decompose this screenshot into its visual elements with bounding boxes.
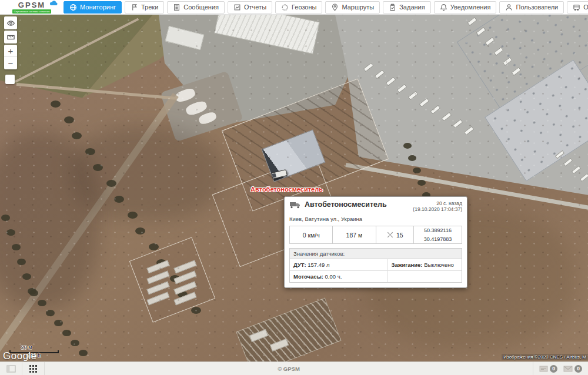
tab-routes[interactable]: Маршруты (325, 1, 380, 14)
panel-toggle-button[interactable] (0, 362, 22, 375)
measure-control[interactable] (4, 31, 17, 43)
map-tree-cluster (17, 259, 26, 265)
popup-time-ago: 20 с. назад (436, 200, 462, 206)
map-tree-cluster (54, 320, 63, 326)
map-tree-row (85, 148, 95, 155)
map-tree-cluster (22, 273, 31, 280)
map-tree-cluster (12, 244, 21, 250)
grid-menu-button[interactable] (22, 362, 45, 375)
zoom-control: + − (4, 45, 17, 69)
panel-icon (6, 365, 16, 373)
zoom-in-button[interactable]: + (4, 45, 17, 57)
mail-counter[interactable]: 0 (563, 365, 582, 373)
zoom-out-button[interactable]: − (4, 57, 17, 69)
map-tree-cluster (413, 168, 421, 173)
messages-counter[interactable]: 0 (539, 365, 557, 373)
tab-label: Объекты (583, 4, 588, 11)
route-pin-icon (331, 4, 339, 11)
note-icon (539, 366, 548, 372)
altitude-value: 187 м (333, 226, 376, 243)
cloud-icon (49, 1, 58, 6)
tab-tasks[interactable]: Задания (383, 1, 430, 14)
map-attribution: Изображения ©2020 CNES / Airbus, M (502, 354, 588, 360)
map-tree-cluster (46, 310, 55, 316)
tab-geofences[interactable]: Геозоны (275, 1, 322, 14)
map-tree-row (51, 101, 61, 108)
tab-notifications[interactable]: Уведомления (434, 1, 497, 14)
map-tree-row (191, 307, 201, 314)
map-compound (236, 298, 341, 361)
map-tree-row (72, 132, 82, 139)
visibility-control[interactable] (4, 16, 17, 29)
tab-label: Уведомления (450, 4, 491, 11)
user-icon (505, 4, 513, 11)
popup-address: Киев, Ватутина ул., Украина (285, 213, 467, 226)
map-tree-cluster (29, 290, 38, 296)
latitude-value: 50.3892116 (424, 227, 452, 234)
ruler-icon (6, 33, 15, 42)
tab-users[interactable]: Пользователи (499, 1, 564, 14)
tab-label: Сообщения (183, 4, 219, 11)
sensors-header: Значения датчиков: (290, 249, 462, 259)
tab-label: Мониторинг (80, 4, 116, 11)
top-bar: GPSM Спутниковые системы слежения Монито… (0, 0, 588, 15)
tab-label: Задания (399, 4, 425, 11)
coordinates-cell: 50.3892116 30.4197883 (414, 226, 462, 243)
geofence-polygon-icon (281, 4, 289, 11)
map-extra-control[interactable] (5, 75, 15, 84)
satellites-count: 15 (396, 232, 403, 239)
vehicle-icon (573, 4, 580, 11)
map-terrain-patch (0, 132, 100, 309)
tab-label: Пользователи (516, 4, 558, 11)
map-tree-row (106, 180, 116, 187)
map-tree-cluster (6, 229, 15, 236)
satellite-icon (386, 231, 394, 239)
popup-title: Автобетоносмеситель (305, 200, 413, 209)
tab-objects[interactable]: Объекты (567, 1, 588, 14)
eye-icon (6, 19, 15, 28)
sensor-hours-label: Моточасы: (293, 273, 323, 280)
map-tree-cluster (417, 180, 426, 186)
map-canvas[interactable]: + − Автобетоносмеситель Автобетоносмесит… (0, 15, 588, 361)
sensor-ignition-label: Зажигание: (391, 262, 422, 268)
map-tree-cluster (403, 143, 412, 149)
sensor-fuel-label: ДУТ: (293, 262, 306, 268)
longitude-value: 30.4197883 (424, 236, 452, 243)
grid-icon (29, 365, 37, 373)
app-window: GPSM Спутниковые системы слежения Монито… (0, 0, 588, 375)
satellites-cell: 15 (376, 226, 414, 243)
sensor-ignition-value: Выключено (424, 262, 454, 268)
map-tree-row (64, 116, 74, 123)
logo-title: GPSM (18, 1, 45, 9)
sensor-hours: Моточасы: 0.00 ч. (290, 271, 387, 282)
tab-label: Отчеты (244, 4, 266, 11)
logo[interactable]: GPSM Спутниковые системы слежения (0, 0, 64, 15)
map-tree-cluster (62, 330, 71, 336)
sensor-hours-value: 0.00 ч. (325, 273, 342, 280)
envelope-icon (563, 366, 573, 372)
tab-tracks[interactable]: Треки (125, 1, 164, 14)
sensors-table: ДУТ: 157.49 л Зажигание: Выключено Моточ… (290, 259, 462, 282)
google-logo[interactable]: Google (3, 350, 37, 361)
logo-subtitle: Спутниковые системы слежения (12, 9, 52, 14)
vehicle-marker-label[interactable]: Автобетоносмеситель (235, 186, 338, 193)
globe-icon (69, 4, 77, 11)
sensor-empty-cell (387, 271, 462, 282)
sensors-block: Значения датчиков: ДУТ: 157.49 л Зажиган… (289, 248, 462, 283)
messages-badge: 0 (550, 365, 557, 373)
tab-reports[interactable]: Отчеты (228, 1, 272, 14)
map-tree-row (135, 227, 145, 235)
footer-copyright: © GPSM (45, 366, 533, 372)
scale-metric: 20 м (9, 344, 44, 350)
tab-label: Треки (141, 4, 158, 11)
tab-monitoring[interactable]: Мониторинг (64, 1, 122, 14)
report-icon (233, 4, 241, 11)
tab-messages[interactable]: Сообщения (167, 1, 225, 14)
status-bar: © GPSM 0 0 (0, 361, 588, 375)
map-tree-cluster (71, 340, 79, 346)
map-tree-cluster (1, 215, 10, 221)
map-tree-cluster (38, 300, 46, 306)
truck-icon (289, 201, 301, 209)
message-list-icon (173, 4, 181, 11)
main-nav: Мониторинг Треки Сообщения Отчеты Геозон… (64, 0, 588, 15)
